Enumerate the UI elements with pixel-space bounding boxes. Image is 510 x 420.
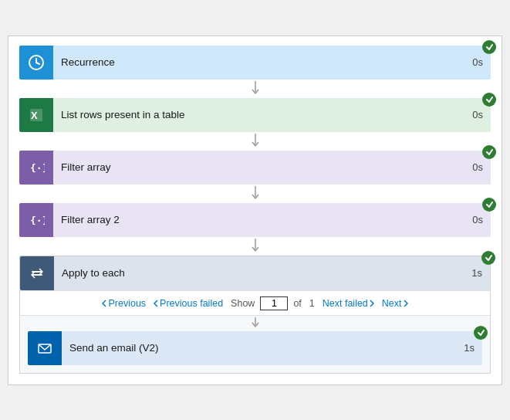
applytoeach-success-badge <box>481 251 495 265</box>
filterarray-success-badge <box>482 145 496 159</box>
next-failed-label: Next failed <box>323 298 368 309</box>
show-label: Show <box>231 298 255 309</box>
next-button[interactable]: Next <box>380 297 410 310</box>
svg-text:{·}: {·} <box>30 162 45 174</box>
total-pages: 1 <box>309 298 315 309</box>
of-label: of <box>293 298 301 309</box>
main-window: Recurrence 0s X List rows present in a t… <box>8 36 502 385</box>
filterarray-icon: {·} <box>19 151 53 185</box>
sendemail-icon <box>28 331 62 365</box>
sub-arrow-1 <box>20 316 490 331</box>
next-failed-button[interactable]: Next failed <box>320 297 377 310</box>
applytoeach-icon <box>20 256 54 290</box>
filterarray-label: Filter array <box>53 161 464 173</box>
recurrence-duration: 0s <box>464 56 491 68</box>
applytoeach-label: Apply to each <box>54 267 464 279</box>
recurrence-success-badge <box>482 40 496 54</box>
previous-failed-label: Previous failed <box>160 298 223 309</box>
svg-rect-12 <box>32 274 42 276</box>
step-recurrence: Recurrence 0s <box>19 46 491 80</box>
step-listrows: X List rows present in a table 0s <box>19 98 491 132</box>
sendemail-duration: 1s <box>456 342 482 354</box>
listrows-duration: 0s <box>464 109 491 120</box>
arrow-3 <box>19 185 491 203</box>
sendemail-label: Send an email (V2) <box>62 342 456 354</box>
arrow-2 <box>19 132 491 151</box>
previous-label: Previous <box>108 298 146 309</box>
listrows-label: List rows present in a table <box>53 109 464 120</box>
previous-button[interactable]: Previous <box>100 297 148 310</box>
page-input[interactable] <box>260 296 288 310</box>
recurrence-label: Recurrence <box>53 56 464 68</box>
recurrence-icon <box>19 46 53 80</box>
sendemail-success-badge <box>474 326 488 340</box>
svg-text:X: X <box>31 110 38 121</box>
filterarray-duration: 0s <box>464 161 491 173</box>
previous-failed-button[interactable]: Previous failed <box>151 297 225 310</box>
arrow-1 <box>19 80 491 98</box>
filterarray2-icon: {·} <box>19 203 53 237</box>
apply-inner-content: Send an email (V2) 1s <box>20 316 490 373</box>
step-sendemail: Send an email (V2) 1s <box>28 331 482 365</box>
svg-rect-11 <box>32 271 42 273</box>
filterarray2-duration: 0s <box>464 214 491 225</box>
applytoeach-duration: 1s <box>464 267 490 279</box>
pagination-bar: Previous Previous failed Show of 1 Next … <box>20 290 490 316</box>
next-label: Next <box>382 298 402 309</box>
arrow-4 <box>19 237 491 256</box>
svg-text:{·}: {·} <box>30 215 45 226</box>
filterarray2-success-badge <box>482 198 496 212</box>
step-filterarray2: {·} Filter array 2 0s <box>19 203 491 237</box>
filterarray2-label: Filter array 2 <box>53 214 464 225</box>
listrows-icon: X <box>19 98 53 132</box>
step-filterarray: {·} Filter array 0s <box>19 151 491 185</box>
apply-to-each-container: Apply to each 1s Previous Previous faile… <box>19 256 491 374</box>
svg-line-2 <box>36 63 39 64</box>
listrows-success-badge <box>482 93 496 107</box>
apply-to-each-header: Apply to each 1s <box>20 256 490 290</box>
